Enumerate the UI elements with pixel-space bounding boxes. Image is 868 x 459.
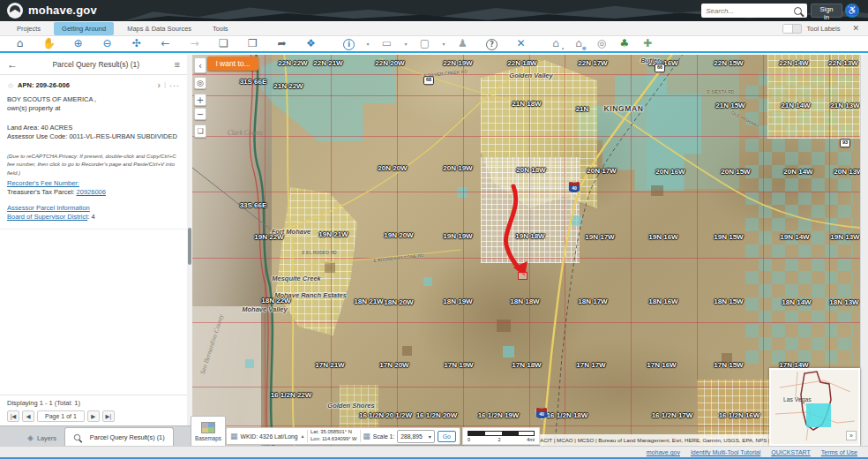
toolbar-measure-dropdown-icon[interactable]: ▾ (401, 41, 410, 47)
go-button[interactable]: Go (438, 431, 456, 442)
toolbar-zoom-to-parcel-icon[interactable]: ⌂▪ (544, 35, 567, 51)
wkid-caret-icon[interactable]: ▲ (301, 433, 305, 439)
toolbar-export-icon[interactable]: ➦ (267, 35, 296, 51)
township-label: 18N 19W (443, 297, 472, 305)
inset-city-label: Las Vegas (783, 396, 812, 403)
page-last-button[interactable]: ▶| (102, 410, 115, 422)
scrollbar-thumb[interactable] (188, 228, 191, 265)
toolbar-forward-icon[interactable]: → (180, 35, 209, 51)
menu-tab-maps-data-sources[interactable]: Maps & Data Sources (119, 22, 199, 35)
land-area: Land Area: 40 ACRES (7, 124, 180, 132)
township-label: 18N 13W (829, 298, 858, 306)
page-first-button[interactable]: |◀ (7, 410, 19, 422)
sign-in-button[interactable]: Sign in (811, 4, 842, 18)
scale-select[interactable]: 288,895 ▾ (397, 430, 434, 443)
township-label: 33S 66E (240, 201, 267, 209)
selected-parcel-outline[interactable] (518, 272, 528, 280)
road-label: E SIESTA RD (707, 89, 735, 94)
i-want-to-button[interactable]: I want to... (207, 56, 258, 71)
panel-scrollbar[interactable] (187, 55, 192, 425)
back-arrow-icon[interactable]: ← (7, 58, 18, 71)
toolbar-zoom-in-icon[interactable]: ⊕ (64, 35, 93, 51)
zoom-out-button[interactable]: − (194, 108, 206, 120)
place-label: Mohave Valley (242, 305, 287, 313)
zoom-to-parcel-badge-icon: ▪ (562, 46, 564, 51)
toolbar-streetview-icon[interactable]: ♟ (448, 35, 477, 51)
supervisor-district-link[interactable]: Board of Supervisor District (7, 213, 87, 221)
toolbar-bookmarks-icon[interactable]: ❏ (209, 35, 238, 51)
footer-link-mohave-gov[interactable]: mohave.gov (647, 449, 680, 455)
place-label: Butler (640, 56, 660, 64)
tool-labels-label: Tool Labels (807, 25, 841, 33)
browser-scrollbar[interactable] (860, 55, 868, 446)
township-label: 19N 14W (780, 233, 809, 241)
toolbar-full-extent-icon[interactable]: ✣ (122, 35, 151, 51)
township-label: 20N 19W (443, 164, 472, 172)
township-label: 22N 20W (375, 59, 404, 67)
use-code: Assessor Use Code: 0011-VL-RES-URBAN SUB… (7, 132, 180, 141)
accessibility-icon[interactable]: ♿ (845, 4, 859, 18)
result-item-header[interactable]: ☆ APN: 209-26-006 › | ··· (7, 79, 180, 92)
toolbar-back-icon[interactable]: ← (151, 35, 180, 51)
star-icon[interactable]: ☆ (7, 80, 14, 91)
toolbar-select-icon[interactable]: ▢ (410, 35, 439, 51)
page-prev-button[interactable]: ◀ (22, 410, 34, 422)
menu-tab-getting-around[interactable]: Getting Around (54, 22, 114, 35)
tab-layers[interactable]: ◈ Layers (19, 429, 64, 447)
search-box[interactable] (701, 4, 807, 18)
recorders-fee-link[interactable]: Recorder's Fee Number: (7, 179, 79, 187)
menu-tab-projects[interactable]: Projects (9, 22, 49, 35)
toolbar-search-map-icon[interactable]: ◎ (590, 35, 613, 51)
toolbar-share-icon[interactable]: ❖ (296, 35, 326, 51)
footer-link-quickstart[interactable]: QUICKSTART (771, 449, 810, 455)
toolbar-clear-icon[interactable]: ✕ (506, 35, 535, 51)
township-label: 17N 21W (315, 361, 344, 369)
wkid-label[interactable]: WKID: 4326 Lat/Long (241, 433, 298, 440)
toolbar-measure-icon[interactable]: ▭ (372, 35, 401, 51)
map-viewport[interactable]: 22N 22W22N 21W22N 20W22N 19W22N 18W22N 1… (192, 55, 860, 446)
search-input[interactable] (701, 7, 794, 15)
more-options-icon[interactable]: ··· (169, 80, 180, 91)
menu-tab-tools[interactable]: Tools (205, 22, 236, 35)
township-label: 16 1/2N 20 1/2W (359, 411, 412, 419)
toolbar-pan-icon[interactable]: ✋ (34, 35, 64, 51)
place-label: Golden Shores (327, 402, 374, 410)
tool-labels-toggle[interactable] (782, 24, 802, 34)
expand-chevron-icon[interactable]: › (158, 79, 161, 92)
locate-icon[interactable]: ◎ (194, 77, 206, 89)
toolbar-help-identify-icon[interactable]: ? (477, 35, 506, 51)
bookmark-icon[interactable]: ❏ (194, 124, 206, 138)
toolbar-identify-dropdown-icon[interactable]: ▾ (363, 41, 372, 47)
place-label: Mesquite Creek (272, 275, 320, 282)
township-label: 19N 20W (384, 231, 413, 239)
panel-title: Parcel Query Result(s) (1) (18, 60, 175, 69)
toolbar-zoom-out-icon[interactable]: ⊖ (93, 35, 122, 51)
footer-link-terms-of-use[interactable]: Terms of Use (821, 449, 857, 455)
search-icon[interactable] (794, 7, 802, 15)
page-next-button[interactable]: ▶ (87, 410, 100, 422)
owner-subline: own(s) property at (7, 104, 180, 113)
assessor-info-link[interactable]: Assessor Parcel Information (7, 204, 90, 212)
toolbar-select-dropdown-icon[interactable]: ▾ (439, 41, 448, 47)
recaptcha-note: (Due to reCAPTCHA Privacy: If present, d… (7, 152, 180, 177)
collapse-panel-button[interactable]: ‹ (194, 57, 206, 73)
toolbar-parcel-settings-icon[interactable]: ⌂☸ (567, 35, 590, 51)
footer-link-identify-multi-tool-tutorial[interactable]: Identify Multi-Tool Tutorial (691, 449, 760, 455)
toolbar-vegetation-icon[interactable]: ♣ (613, 35, 636, 51)
map-toolbar: ⌂✋⊕⊖✣←→❏❒➦❖i▾▭▾▢▾♟?✕⌂▪⌂☸◎♣✚ (0, 35, 868, 53)
inset-toggle-button[interactable]: » (846, 431, 857, 440)
toolbar-print-icon[interactable]: ❒ (238, 35, 267, 51)
basemaps-button[interactable]: Basemaps (191, 416, 226, 448)
township-label: 20N 16W (655, 168, 685, 176)
township-label: 22N 15W (714, 59, 743, 67)
toolbar-add-data-icon[interactable]: ✚ (636, 35, 659, 51)
toolbar-home-icon[interactable]: ⌂ (5, 35, 34, 51)
overview-map[interactable]: Las Vegas » (769, 368, 860, 446)
close-toolbar-icon[interactable]: ✕ (852, 24, 859, 33)
treasurer-parcel-link[interactable]: 20926006 (77, 188, 106, 196)
toolbar-identify-icon[interactable]: i (334, 35, 363, 51)
panel-menu-icon[interactable]: ≡ (175, 59, 180, 70)
township-label: 18N 16W (648, 297, 677, 305)
zoom-in-button[interactable]: + (194, 94, 206, 106)
tab-parcel-query-results[interactable]: Parcel Query Result(s) (1) (64, 427, 174, 447)
